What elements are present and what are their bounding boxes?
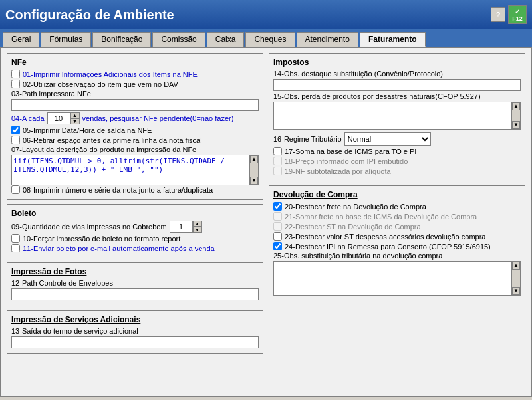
- impostos-15-scrollbar: ▲ ▼: [511, 102, 521, 130]
- tab-formulas[interactable]: Fórmulas: [41, 32, 91, 47]
- nfe-label-03: 03-Path impressora NFe: [11, 90, 91, 98]
- nfe-checkbox-01[interactable]: [11, 70, 20, 78]
- servicos-title: Impressão de Serviços Adicionais: [11, 315, 259, 324]
- boleto-label-09: 09-Quantidade de vias impressas no Cobre…: [11, 223, 167, 231]
- tab-faturamento[interactable]: Faturamento: [360, 32, 426, 47]
- impostos-item-17: 17-Soma na base de ICMS para TO e PI: [273, 147, 521, 155]
- fotos-item-12: 12-Path Controle de Envelopes: [11, 279, 259, 287]
- impostos-label-18: 18-Preço informado com IPI embutido: [285, 157, 408, 165]
- nfe-spin-buttons: ▲ ▼: [70, 112, 80, 124]
- nfe-checkbox-02[interactable]: [11, 80, 20, 88]
- regime-tributario-select[interactable]: Normal Simples Nacional Lucro Presumido: [344, 132, 431, 146]
- boleto-spin-down[interactable]: ▼: [193, 227, 202, 233]
- nfe-label-07: 07-Layout da descrição do produto na imp…: [11, 146, 196, 153]
- impostos-title: Impostos: [273, 58, 521, 67]
- nfe-title: NFe: [11, 58, 259, 67]
- fotos-path-input[interactable]: [11, 288, 259, 300]
- nfe-spin-down[interactable]: ▼: [70, 118, 80, 124]
- devolucao-25-area: ▲ ▼: [273, 261, 521, 296]
- boleto-spin-up[interactable]: ▲: [193, 221, 202, 227]
- nfe-item-07-label: 07-Layout da descrição do produto na imp…: [11, 146, 259, 153]
- scroll-up-icon[interactable]: ▲: [512, 102, 520, 110]
- scroll-up-icon[interactable]: ▲: [512, 262, 520, 270]
- impostos-14-input[interactable]: [273, 79, 521, 91]
- devolucao-checkbox-20[interactable]: [273, 202, 282, 211]
- devolucao-checkbox-24[interactable]: [273, 242, 282, 250]
- devolucao-section: Devolução de Compra 20-Destacar frete na…: [269, 185, 525, 300]
- scroll-down-icon[interactable]: ▼: [512, 287, 520, 295]
- impostos-item-19: 19-NF subtotalizada por alíquota: [273, 167, 521, 175]
- nfe-path-row: [11, 99, 259, 111]
- boleto-checkbox-10[interactable]: [11, 234, 20, 243]
- devolucao-label-24: 24-Destacar IPI na Remessa para Conserto…: [285, 243, 491, 250]
- nfe-checkbox-08[interactable]: [11, 185, 20, 194]
- nfe-checkbox-06[interactable]: [11, 136, 20, 144]
- impostos-item-16: 16-Regime Tributário Normal Simples Naci…: [273, 132, 521, 146]
- nfe-textarea-row: iif(ITENS.QTDMUL > 0, alltrim(str(ITENS.…: [11, 155, 259, 185]
- tab-cheques[interactable]: Cheques: [245, 32, 295, 47]
- fotos-section: Impressão de Fotos 12-Path Controle de E…: [7, 262, 263, 306]
- devolucao-label-20: 20-Destacar frete na Devolução de Compra: [285, 203, 426, 211]
- fotos-title: Impressão de Fotos: [11, 267, 259, 276]
- nfe-section: NFe 01-Imprimir Informações Adicionais d…: [7, 53, 263, 200]
- impostos-15-textarea[interactable]: [273, 102, 511, 130]
- tab-geral[interactable]: Geral: [3, 32, 39, 47]
- nfe-checkbox-05[interactable]: [11, 126, 20, 134]
- nfe-item-01: 01-Imprimir Informações Adicionais dos I…: [11, 70, 259, 78]
- confirm-button[interactable]: ✓ F12: [508, 5, 527, 24]
- devolucao-item-23: 23-Destacar valor ST despesas acessórios…: [273, 232, 521, 241]
- boleto-section: Boleto 09-Quantidade de vias impressas n…: [7, 204, 263, 258]
- nfe-spin-input-04[interactable]: [47, 112, 70, 124]
- nfe-layout-textarea[interactable]: iif(ITENS.QTDMUL > 0, alltrim(str(ITENS.…: [11, 155, 249, 185]
- boleto-spin-input[interactable]: [170, 221, 193, 233]
- nfe-path-input[interactable]: [11, 99, 259, 111]
- boleto-label-10: 10-Forçar impressão de boleto no formato…: [23, 235, 180, 243]
- help-button[interactable]: ?: [491, 7, 505, 22]
- boleto-item-09: 09-Quantidade de vias impressas no Cobre…: [11, 221, 259, 233]
- boleto-spin-buttons: ▲ ▼: [193, 221, 202, 233]
- fotos-path-row: [11, 288, 259, 300]
- impostos-15-area: ▲ ▼: [273, 102, 521, 130]
- main-content: NFe 01-Imprimir Informações Adicionais d…: [0, 47, 532, 397]
- devolucao-item-24: 24-Destacar IPI na Remessa para Conserto…: [273, 242, 521, 250]
- title-controls: ? ✓ F12: [491, 5, 527, 24]
- boleto-spin-09: ▲ ▼: [170, 221, 202, 233]
- impostos-label-17: 17-Soma na base de ICMS para TO e PI: [285, 148, 416, 155]
- devolucao-25-textarea[interactable]: [273, 261, 511, 296]
- scroll-up-icon[interactable]: ▲: [250, 155, 258, 163]
- servicos-label-13: 13-Saída do termo de serviço adicional: [11, 327, 138, 335]
- boleto-label-11: 11-Enviar boleto por e-mail automaticame…: [23, 245, 215, 252]
- tab-bonificacao[interactable]: Bonificação: [92, 32, 151, 47]
- tab-caixa[interactable]: Caixa: [207, 32, 245, 47]
- impostos-checkbox-19: [273, 167, 282, 175]
- f12-label: F12: [512, 15, 523, 22]
- devolucao-item-22: 22-Destacar ST na Devolução de Compra: [273, 222, 521, 231]
- boleto-checkbox-11[interactable]: [11, 244, 20, 252]
- impostos-label-16: 16-Regime Tributário: [273, 135, 342, 143]
- devolucao-label-25: 25-Obs. substituição tributária na devol…: [273, 252, 442, 260]
- tab-atendimento[interactable]: Atendimento: [297, 32, 358, 47]
- impostos-14-input-row: [273, 79, 521, 91]
- devolucao-checkbox-23[interactable]: [273, 232, 282, 241]
- tabs-bar: Geral Fórmulas Bonificação Comissão Caix…: [0, 29, 532, 47]
- nfe-textarea-scrollbar: ▲ ▼: [249, 155, 259, 185]
- devolucao-item-25-label: 25-Obs. substituição tributária na devol…: [273, 252, 521, 260]
- devolucao-label-21: 21-Somar frete na base de ICMS da Devolu…: [285, 213, 477, 221]
- impostos-label-15: 15-Obs. perda de produtos por desastres …: [273, 92, 481, 100]
- boleto-item-10: 10-Forçar impressão de boleto no formato…: [11, 234, 259, 243]
- nfe-spin-04: ▲ ▼: [47, 112, 80, 124]
- nfe-spin-up[interactable]: ▲: [70, 112, 80, 118]
- right-column: Impostos 14-Obs. destaque substituição (…: [269, 53, 525, 391]
- fotos-label-12: 12-Path Controle de Envelopes: [11, 279, 113, 287]
- tab-comissao[interactable]: Comissão: [152, 32, 205, 47]
- nfe-label-08: 08-Imprimir número e série da nota junto…: [23, 186, 213, 194]
- impostos-checkbox-17[interactable]: [273, 147, 282, 155]
- nfe-label-01: 01-Imprimir Informações Adicionais dos I…: [23, 70, 198, 78]
- scroll-down-icon[interactable]: ▼: [250, 177, 258, 185]
- scroll-down-icon[interactable]: ▼: [512, 121, 520, 129]
- impostos-item-14-label: 14-Obs. destaque substituição (Convênio/…: [273, 70, 521, 78]
- servicos-path-input[interactable]: [11, 336, 259, 348]
- devolucao-checkbox-21: [273, 212, 282, 221]
- title-bar: Configuração de Ambiente ? ✓ F12: [0, 0, 532, 29]
- devolucao-checkbox-22: [273, 222, 282, 231]
